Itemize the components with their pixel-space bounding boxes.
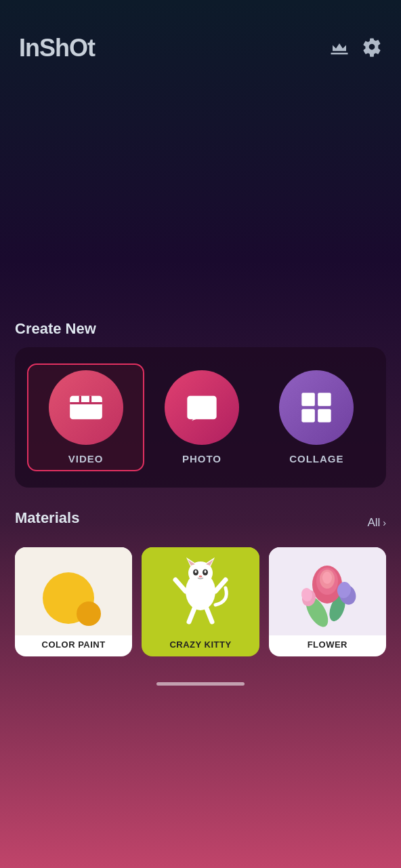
create-video-item[interactable]: VIDEO — [27, 363, 144, 471]
create-photo-item[interactable]: PHOTO — [144, 365, 259, 470]
svg-rect-10 — [318, 409, 331, 422]
crown-icon[interactable] — [329, 37, 350, 60]
app-logo: InShOt — [19, 34, 95, 62]
svg-point-23 — [198, 576, 202, 578]
svg-line-26 — [189, 608, 194, 622]
svg-rect-7 — [302, 393, 316, 406]
photo-circle — [165, 370, 239, 445]
chevron-right-icon: › — [383, 517, 386, 528]
materials-all-link[interactable]: All › — [367, 516, 386, 530]
header: InShOt — [0, 0, 401, 76]
home-indicator — [0, 669, 401, 695]
create-new-title: Create New — [15, 320, 386, 338]
collage-label: COLLAGE — [289, 453, 343, 465]
home-bar — [156, 682, 245, 686]
material-card-flower[interactable]: FLOWER — [269, 547, 386, 656]
collage-icon — [299, 390, 334, 425]
video-circle — [49, 370, 123, 445]
svg-line-27 — [207, 608, 212, 622]
svg-point-6 — [193, 400, 200, 408]
gear-icon[interactable] — [362, 37, 382, 60]
svg-line-25 — [215, 580, 226, 591]
materials-title: Materials — [15, 509, 79, 527]
create-collage-item[interactable]: COLLAGE — [259, 365, 374, 470]
svg-rect-8 — [318, 393, 331, 406]
color-paint-label: COLOR PAINT — [42, 639, 106, 650]
material-card-color-paint[interactable]: COLOR PAINT — [15, 547, 132, 656]
collage-circle — [279, 370, 354, 445]
color-paint-image — [15, 547, 132, 635]
materials-all-label: All — [367, 516, 380, 530]
materials-grid: COLOR PAINT — [15, 547, 386, 656]
svg-point-33 — [322, 572, 332, 584]
photo-icon — [184, 390, 219, 425]
svg-point-12 — [77, 601, 101, 626]
svg-line-24 — [175, 580, 186, 591]
material-card-crazy-kitty[interactable]: CRAZY KITTY — [142, 547, 259, 656]
materials-header: Materials All › — [15, 509, 386, 536]
svg-point-22 — [204, 570, 206, 573]
svg-rect-9 — [302, 409, 316, 422]
crazy-kitty-image — [142, 547, 259, 635]
photo-label: PHOTO — [182, 453, 221, 465]
flower-label: FLOWER — [308, 639, 347, 650]
video-icon — [68, 390, 104, 425]
header-icons — [329, 37, 382, 60]
svg-point-21 — [194, 570, 196, 573]
flower-image — [269, 547, 386, 635]
crazy-kitty-label: CRAZY KITTY — [169, 639, 231, 650]
video-label: VIDEO — [68, 453, 104, 465]
materials-section: Materials All › COLOR PAINT — [15, 509, 386, 656]
main-content: Create New VIDEO — [0, 320, 401, 656]
create-new-panel: VIDEO PHOTO COL — [15, 347, 386, 488]
svg-rect-4 — [75, 408, 96, 415]
